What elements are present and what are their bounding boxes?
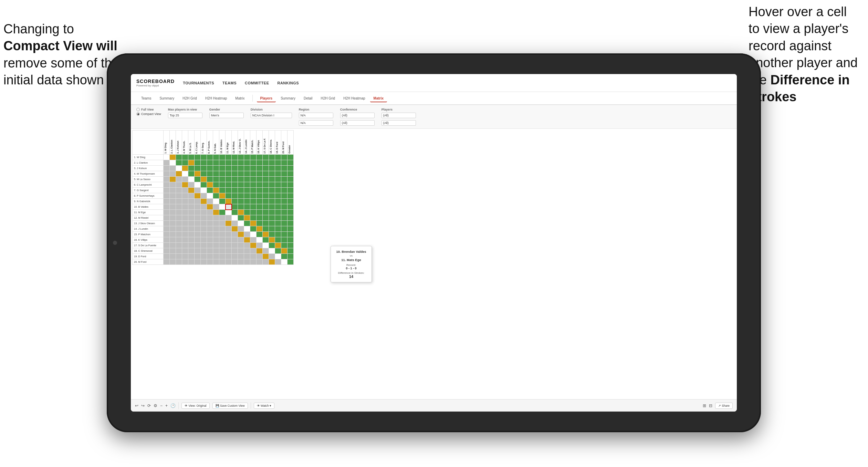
matrix-cell-10-8[interactable]: [207, 204, 213, 210]
matrix-cell-7-14[interactable]: [244, 188, 250, 193]
matrix-cell-18-21[interactable]: [287, 248, 294, 254]
matrix-cell-3-3[interactable]: [176, 166, 182, 171]
matrix-cell-7-7[interactable]: [201, 188, 207, 193]
matrix-cell-5-5[interactable]: [188, 177, 195, 182]
matrix-cell-3-19[interactable]: [275, 166, 281, 171]
matrix-cell-3-6[interactable]: [195, 166, 201, 171]
matrix-cell-9-17[interactable]: [263, 199, 269, 204]
matrix-cell-2-3[interactable]: [176, 160, 182, 166]
undo-icon[interactable]: ↩: [135, 403, 138, 408]
matrix-cell-14-3[interactable]: [176, 226, 182, 232]
matrix-cell-20-13[interactable]: [238, 259, 244, 265]
matrix-cell-19-14[interactable]: [244, 254, 250, 259]
matrix-cell-18-1[interactable]: [164, 248, 170, 254]
matrix-cell-3-21[interactable]: [287, 166, 294, 171]
matrix-cell-12-7[interactable]: [201, 215, 207, 221]
matrix-cell-18-8[interactable]: [207, 248, 213, 254]
matrix-cell-5-6[interactable]: [195, 177, 201, 182]
matrix-cell-11-9[interactable]: [213, 210, 219, 215]
matrix-cell-12-16[interactable]: [257, 215, 263, 221]
matrix-cell-2-7[interactable]: [201, 160, 207, 166]
matrix-cell-1-17[interactable]: [263, 155, 269, 160]
matrix-cell-15-14[interactable]: [244, 232, 250, 237]
save-custom-btn[interactable]: 💾 Save Custom View: [212, 403, 248, 409]
matrix-cell-11-21[interactable]: [287, 210, 294, 215]
matrix-cell-4-15[interactable]: [250, 171, 257, 177]
matrix-cell-4-20[interactable]: [281, 171, 287, 177]
matrix-cell-20-19[interactable]: [275, 259, 281, 265]
matrix-cell-5-12[interactable]: [232, 177, 238, 182]
matrix-cell-18-10[interactable]: [219, 248, 226, 254]
matrix-cell-15-20[interactable]: [281, 232, 287, 237]
matrix-cell-14-13[interactable]: [238, 226, 244, 232]
matrix-cell-16-13[interactable]: [238, 237, 244, 243]
matrix-cell-13-1[interactable]: [164, 221, 170, 226]
matrix-cell-11-16[interactable]: [257, 210, 263, 215]
clock-icon[interactable]: 🕐: [170, 403, 176, 408]
matrix-cell-9-5[interactable]: [188, 199, 195, 204]
matrix-cell-3-16[interactable]: [257, 166, 263, 171]
matrix-cell-2-6[interactable]: [195, 160, 201, 166]
matrix-cell-6-19[interactable]: [275, 182, 281, 188]
matrix-cell-8-10[interactable]: [219, 193, 226, 199]
matrix-cell-13-17[interactable]: [263, 221, 269, 226]
matrix-cell-16-15[interactable]: [250, 237, 257, 243]
matrix-cell-5-13[interactable]: [238, 177, 244, 182]
matrix-cell-4-10[interactable]: [219, 171, 226, 177]
matrix-cell-13-4[interactable]: [182, 221, 188, 226]
matrix-cell-11-19[interactable]: [275, 210, 281, 215]
matrix-cell-1-18[interactable]: [269, 155, 275, 160]
matrix-cell-15-15[interactable]: [250, 232, 257, 237]
matrix-cell-2-14[interactable]: [244, 160, 250, 166]
matrix-cell-14-18[interactable]: [269, 226, 275, 232]
matrix-cell-13-15[interactable]: [250, 221, 257, 226]
matrix-cell-10-7[interactable]: [201, 204, 207, 210]
matrix-cell-11-4[interactable]: [182, 210, 188, 215]
matrix-cell-9-11[interactable]: [226, 199, 232, 204]
matrix-cell-3-12[interactable]: [232, 166, 238, 171]
matrix-cell-2-9[interactable]: [213, 160, 219, 166]
matrix-cell-17-15[interactable]: [250, 243, 257, 248]
matrix-cell-1-10[interactable]: [219, 155, 226, 160]
matrix-cell-4-12[interactable]: [232, 171, 238, 177]
matrix-cell-14-19[interactable]: [275, 226, 281, 232]
matrix-cell-17-8[interactable]: [207, 243, 213, 248]
matrix-cell-1-4[interactable]: [182, 155, 188, 160]
conference-select2[interactable]: (All): [340, 120, 375, 126]
matrix-cell-13-18[interactable]: [269, 221, 275, 226]
matrix-cell-14-20[interactable]: [281, 226, 287, 232]
matrix-cell-13-3[interactable]: [176, 221, 182, 226]
matrix-cell-6-9[interactable]: [213, 182, 219, 188]
matrix-cell-11-15[interactable]: [250, 210, 257, 215]
matrix-cell-5-10[interactable]: [219, 177, 226, 182]
matrix-cell-13-8[interactable]: [207, 221, 213, 226]
matrix-cell-11-3[interactable]: [176, 210, 182, 215]
matrix-cell-14-2[interactable]: [170, 226, 176, 232]
matrix-cell-18-16[interactable]: [257, 248, 263, 254]
matrix-cell-11-5[interactable]: [188, 210, 195, 215]
matrix-cell-15-9[interactable]: [213, 232, 219, 237]
matrix-cell-13-9[interactable]: [213, 221, 219, 226]
matrix-cell-20-12[interactable]: [232, 259, 238, 265]
matrix-cell-19-12[interactable]: [232, 254, 238, 259]
matrix-cell-10-12[interactable]: [232, 204, 238, 210]
matrix-cell-6-15[interactable]: [250, 182, 257, 188]
matrix-cell-16-3[interactable]: [176, 237, 182, 243]
matrix-cell-2-16[interactable]: [257, 160, 263, 166]
matrix-cell-5-11[interactable]: [226, 177, 232, 182]
division-select[interactable]: NCAA Division I: [251, 113, 292, 118]
matrix-cell-14-16[interactable]: [257, 226, 263, 232]
matrix-cell-2-21[interactable]: [287, 160, 294, 166]
matrix-cell-16-12[interactable]: [232, 237, 238, 243]
matrix-cell-6-16[interactable]: [257, 182, 263, 188]
players-select2[interactable]: (All): [381, 120, 416, 126]
matrix-cell-10-1[interactable]: [164, 204, 170, 210]
matrix-cell-15-3[interactable]: [176, 232, 182, 237]
matrix-cell-8-1[interactable]: [164, 193, 170, 199]
matrix-cell-11-1[interactable]: [164, 210, 170, 215]
matrix-cell-5-20[interactable]: [281, 177, 287, 182]
tab-h2h-grid2[interactable]: H2H Grid: [317, 95, 339, 102]
matrix-cell-7-3[interactable]: [176, 188, 182, 193]
matrix-cell-8-18[interactable]: [269, 193, 275, 199]
matrix-cell-17-9[interactable]: [213, 243, 219, 248]
